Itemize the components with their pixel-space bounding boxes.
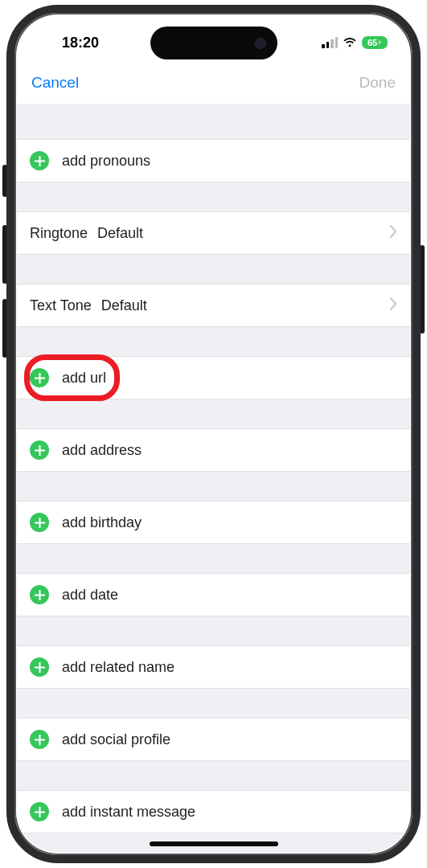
plus-icon [30,440,49,460]
nav-bar: Cancel Done [17,62,410,104]
row-key: Text Tone [30,297,92,314]
add-social-profile-row[interactable]: add social profile [17,719,410,760]
row-value: Default [97,225,143,242]
wifi-icon [343,37,357,48]
chevron-right-icon [390,297,397,313]
add-address-row[interactable]: add address [17,429,410,471]
plus-icon [30,513,49,532]
add-related-name-row[interactable]: add related name [17,646,410,688]
plus-icon [30,657,49,677]
cancel-button[interactable]: Cancel [31,74,79,92]
texttone-row[interactable]: Text Tone Default [17,285,410,326]
row-label: add address [62,442,142,459]
plus-icon [30,151,49,170]
battery-icon: 65⚡︎ [362,36,388,49]
status-time: 18:20 [62,35,99,51]
charging-icon: ⚡︎ [377,39,382,47]
phone-frame: 18:20 65⚡︎ Cancel Done [6,5,421,863]
add-url-row[interactable]: add url [17,357,410,399]
add-birthday-row[interactable]: add birthday [17,502,410,543]
row-label: add pronouns [62,153,150,170]
row-label: add social profile [62,731,170,748]
plus-icon [30,585,49,604]
row-value: Default [101,297,147,314]
battery-percent: 65 [367,38,377,47]
done-button[interactable]: Done [359,74,396,92]
add-date-row[interactable]: add date [17,574,410,616]
plus-icon [30,368,49,387]
dynamic-island [150,27,277,59]
row-label: add related name [62,659,174,676]
row-label: add date [62,587,118,604]
plus-icon [30,802,49,821]
add-instant-message-row[interactable]: add instant message [17,791,410,833]
add-pronouns-row[interactable]: add pronouns [17,140,410,182]
ringtone-row[interactable]: Ringtone Default [17,212,410,254]
row-label: add birthday [62,514,142,531]
cellular-signal-icon [322,37,338,48]
chevron-right-icon [390,225,397,241]
plus-icon [30,730,49,749]
row-label: add instant message [62,804,195,821]
camera-lens-icon [255,38,266,49]
row-key: Ringtone [30,225,88,242]
edit-contact-scrollview[interactable]: add pronouns Ringtone Default Text Tone … [17,104,410,853]
home-indicator[interactable] [150,841,278,846]
row-label: add url [62,370,106,387]
